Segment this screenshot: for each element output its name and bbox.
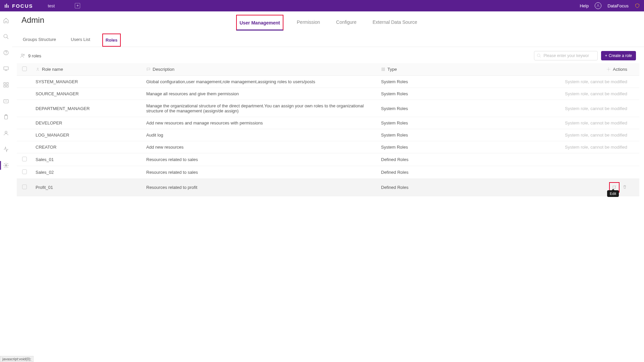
role-actions-cell: System role, cannot be modified — [472, 117, 639, 129]
role-name-cell: Profit_01 — [32, 179, 143, 196]
activity-icon[interactable] — [3, 146, 9, 152]
role-desc-cell: Add new resources and manage resources w… — [143, 117, 378, 129]
svg-rect-0 — [5, 5, 5, 8]
folder-icon[interactable] — [3, 98, 9, 104]
settings-icon[interactable] — [3, 162, 9, 168]
role-type-cell: System Roles — [378, 100, 472, 117]
role-name-cell: SYSTEM_MANAGER — [32, 76, 143, 88]
user-name[interactable]: DataFocus — [607, 3, 629, 8]
left-nav-rail — [0, 11, 12, 362]
svg-rect-11 — [7, 86, 8, 87]
search-input[interactable] — [534, 51, 598, 60]
main-content: Admin User Management Permission Configu… — [12, 11, 644, 362]
svg-rect-22 — [384, 68, 385, 69]
role-type-cell: System Roles — [378, 88, 472, 100]
presentation-icon[interactable] — [3, 66, 9, 72]
table-row[interactable]: DEPARTMENT_MANAGERManage the organizatio… — [17, 100, 639, 117]
svg-point-15 — [5, 131, 7, 133]
row-checkbox[interactable] — [22, 185, 27, 189]
svg-rect-7 — [4, 67, 8, 70]
role-type-cell: Defined Roles — [378, 179, 472, 196]
help-link[interactable]: Help — [580, 3, 589, 8]
system-role-note: System role, cannot be modified — [565, 91, 627, 96]
role-type-cell: System Roles — [378, 141, 472, 153]
add-workspace-button[interactable]: + — [75, 3, 80, 8]
table-row[interactable]: Sales_02Resources related to salesDefine… — [17, 166, 639, 179]
user-avatar-icon[interactable] — [595, 2, 601, 9]
search-input-icon — [537, 53, 541, 58]
role-actions-cell: System role, cannot be modified — [472, 129, 639, 141]
role-actions-cell — [472, 153, 639, 166]
table-row[interactable]: DEVELOPERAdd new resources and manage re… — [17, 117, 639, 129]
role-name-cell: SOURCE_MANAGER — [32, 88, 143, 100]
role-actions-cell: System role, cannot be modified — [472, 88, 639, 100]
chat-icon — [146, 67, 151, 71]
roles-toolbar: 9 roles +Create a role — [12, 47, 644, 63]
role-desc-cell: Audit log — [143, 129, 378, 141]
tab-external-data-source[interactable]: External Data Source — [370, 15, 420, 31]
role-name-cell: DEPARTMENT_MANAGER — [32, 100, 143, 117]
logo-icon — [4, 3, 10, 9]
help-circle-icon[interactable] — [3, 50, 9, 56]
search-wrapper — [534, 51, 598, 60]
role-name-cell: Sales_02 — [32, 166, 143, 179]
system-role-note: System role, cannot be modified — [565, 133, 627, 138]
svg-point-16 — [5, 165, 7, 166]
table-row[interactable]: SOURCE_MANAGERManage all resources and g… — [17, 88, 639, 100]
role-desc-cell: Manage all resources and give them permi… — [143, 88, 378, 100]
role-desc-cell: Add new resources — [143, 141, 378, 153]
table-row[interactable]: SYSTEM_MANAGERGlobal configuration,user … — [17, 76, 639, 88]
person-icon — [36, 67, 40, 71]
tab-users-list[interactable]: Users List — [68, 34, 93, 47]
search-icon[interactable] — [3, 34, 9, 40]
users-icon — [20, 53, 25, 58]
role-name-cell: DEVELOPER — [32, 117, 143, 129]
role-type-cell: System Roles — [378, 117, 472, 129]
brand-logo[interactable]: FOCUS — [4, 3, 33, 9]
system-role-note: System role, cannot be modified — [565, 79, 627, 84]
top-header: FOCUS test + Help DataFocus — [0, 0, 644, 11]
svg-point-20 — [37, 68, 38, 69]
home-icon[interactable] — [3, 17, 9, 23]
workspace-tab[interactable]: test — [48, 3, 55, 8]
svg-point-25 — [608, 69, 609, 70]
tab-groups-structure[interactable]: Groups Structure — [20, 34, 59, 47]
create-role-button[interactable]: +Create a role — [601, 51, 636, 60]
grid-small-icon — [381, 67, 385, 71]
table-row[interactable]: CREATORAdd new resourcesSystem RolesSyst… — [17, 141, 639, 153]
grid-icon[interactable] — [3, 82, 9, 88]
create-role-label: Create a role — [609, 53, 632, 58]
table-row[interactable]: Profit_01Resources related to profitDefi… — [17, 179, 639, 196]
role-type-cell: System Roles — [378, 129, 472, 141]
row-checkbox[interactable] — [22, 169, 27, 174]
col-name-label: Role name — [42, 67, 63, 72]
role-actions-cell: Edit — [472, 179, 639, 196]
svg-rect-8 — [4, 83, 5, 84]
system-role-note: System role, cannot be modified — [565, 145, 627, 150]
tab-user-management[interactable]: User Management — [236, 15, 283, 31]
tab-roles[interactable]: Roles — [102, 34, 121, 47]
shield-icon[interactable] — [635, 3, 640, 8]
role-desc-cell: Resources related to sales — [143, 153, 378, 166]
svg-rect-24 — [384, 70, 385, 71]
user-icon[interactable] — [3, 130, 9, 136]
tab-permission[interactable]: Permission — [294, 15, 323, 31]
role-desc-cell: Resources related to sales — [143, 166, 378, 179]
clipboard-icon[interactable] — [3, 114, 9, 120]
plus-icon: + — [605, 53, 607, 58]
svg-rect-9 — [7, 83, 8, 84]
secondary-tabs: Groups Structure Users List Roles — [12, 34, 644, 47]
roles-table: Role name Description Type Actions SYSTE… — [17, 63, 639, 196]
table-row[interactable]: LOG_MANAGERAudit logSystem RolesSystem r… — [17, 129, 639, 141]
tab-configure[interactable]: Configure — [333, 15, 359, 31]
col-desc-label: Description — [153, 67, 174, 72]
svg-rect-10 — [4, 86, 5, 87]
system-role-note: System role, cannot be modified — [565, 120, 627, 125]
delete-role-button[interactable] — [622, 185, 627, 191]
select-all-checkbox[interactable] — [22, 66, 27, 71]
svg-point-3 — [597, 4, 599, 6]
role-desc-cell: Resources related to profit — [143, 179, 378, 196]
row-checkbox[interactable] — [22, 157, 27, 161]
table-row[interactable]: Sales_01Resources related to salesDefine… — [17, 153, 639, 166]
trash-icon — [622, 185, 627, 190]
